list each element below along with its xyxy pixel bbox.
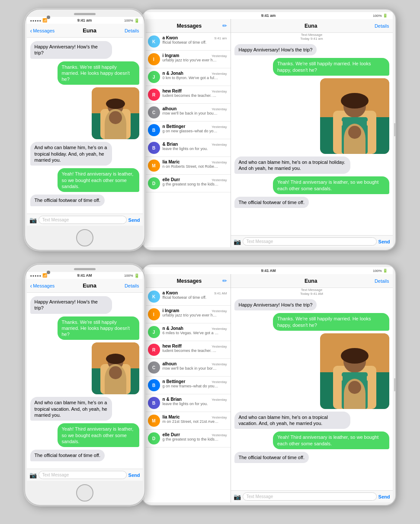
list-item-jonah[interactable]: J n & JonahYesterday 0 km to Byron. We'v… bbox=[144, 68, 231, 86]
back-chevron-icon: ‹ bbox=[30, 27, 32, 34]
send-button-top[interactable]: Send bbox=[128, 217, 140, 223]
ipad-sidebar-nav-top: Messages ✏ bbox=[144, 19, 231, 33]
avatar-ingram: I bbox=[148, 53, 160, 65]
svg-rect-7 bbox=[123, 117, 130, 120]
list-item-durr[interactable]: D elle DurrYesterday g the greatest song… bbox=[144, 175, 231, 192]
top-iphone: ●●●●● 📶 9:41 am 100% 🔋 ‹ Messages Euna D… bbox=[24, 9, 145, 251]
iphone-speaker-bottom bbox=[74, 268, 96, 270]
ipad-detail-nav-top: Euna Details bbox=[231, 19, 393, 33]
ipad-detail-title-top: Euna bbox=[247, 23, 375, 29]
bubble-image bbox=[92, 87, 139, 139]
iphone-text-input-bottom[interactable]: Text Message bbox=[38, 471, 127, 479]
status-left-bottom: ●●●●● 📶 bbox=[30, 273, 47, 278]
blist-item-bettinger[interactable]: B n BettingerYesterday g on new frames–w… bbox=[144, 377, 231, 394]
ipad-camera-icon-top[interactable]: 📷 bbox=[234, 238, 241, 245]
bottom-device-row: ●●●●● 📶 9:41 AM 100% 🔋 ‹ Messages Euna D… bbox=[24, 264, 396, 506]
blist-item-kwon[interactable]: K a Kwon9:41 AM fficial footwear of time… bbox=[144, 288, 231, 306]
bubble-received-3: The official footwear of time off. bbox=[30, 195, 105, 206]
bbubble-received-2: And who can blame him, he's on a tropica… bbox=[30, 397, 112, 421]
blist-item-brian[interactable]: B n & BrianYesterday leave the lights on… bbox=[144, 394, 231, 412]
ipad-messages-list-bottom: K a Kwon9:41 AM fficial footwear of time… bbox=[144, 288, 231, 502]
bipad-camera-icon[interactable]: 📷 bbox=[234, 493, 241, 500]
blist-item-maric[interactable]: M lia MaricYesterday m on 21st Street, n… bbox=[144, 412, 231, 430]
iphone-camera-bottom bbox=[47, 271, 50, 274]
svg-point-12 bbox=[341, 93, 369, 109]
list-item-brian[interactable]: B & BrianYesterday leave the lights on f… bbox=[144, 139, 231, 157]
ipad-send-button-bottom[interactable]: Send bbox=[378, 494, 390, 499]
bmsg-5: The official footwear of time off. bbox=[30, 450, 139, 461]
list-item-bettinger[interactable]: B n BettingerYesterday g on new glasses–… bbox=[144, 121, 231, 139]
ipad-bubble-r3: The official footwear of time off. bbox=[234, 197, 309, 208]
timestamp-label-top: Text Message bbox=[231, 33, 393, 37]
msg-1: Happy Anniversary! How's the trip? bbox=[30, 41, 139, 59]
iphone-screen-bottom: ●●●●● 📶 9:41 AM 100% 🔋 ‹ Messages Euna D… bbox=[27, 272, 143, 481]
iphone-text-input-top[interactable]: Text Message bbox=[38, 216, 127, 224]
timestamp-header-top: Text Message Today 9:41 am bbox=[231, 33, 393, 41]
status-left: ●●●●● 📶 bbox=[30, 18, 47, 22]
bperson-photo bbox=[92, 342, 139, 394]
iphone-chat-messages-bottom: Happy Anniversary! How's the trip? Thank… bbox=[27, 293, 143, 469]
ipad-msg-2: Thanks. We're still happily married. He … bbox=[234, 58, 389, 76]
svg-rect-22 bbox=[101, 372, 108, 375]
bottom-iphone: ●●●●● 📶 9:41 AM 100% 🔋 ‹ Messages Euna D… bbox=[24, 264, 145, 506]
blist-item-jonah[interactable]: J n & JonahYesterday 6 miles to Vegas. W… bbox=[144, 323, 231, 341]
bipad-bubble-r2: And who can blame him, he's on a tropica… bbox=[234, 412, 351, 429]
wifi-icon-bottom: 📶 bbox=[42, 273, 47, 278]
ipad-status-bar-top: 9:41 am 100% 🔋 bbox=[144, 12, 393, 19]
status-right-bottom: 100% 🔋 bbox=[124, 273, 139, 278]
list-item-ingram[interactable]: I i IngramYesterday urfably jazz trio yo… bbox=[144, 51, 231, 68]
blist-item-reiff[interactable]: R hew ReiffYesterday tudent becomes the … bbox=[144, 341, 231, 359]
list-item-kwon-top[interactable]: K a Kwon9:41 am fficial footwear of time… bbox=[144, 33, 231, 51]
ipad-screen-bottom: 9:41 AM 100% 🔋 Messages ✏ K bbox=[144, 267, 393, 502]
list-item-calhoun[interactable]: C alhounYesterday rrow we'll be back in … bbox=[144, 104, 231, 121]
bbubble-sent-1: Thanks. We're still happily married. He … bbox=[58, 316, 139, 340]
blist-content-bettinger: n BettingerYesterday g on new frames–wha… bbox=[163, 379, 227, 388]
ipad-split-view-top: Messages ✏ K a Kwon9:41 am fficial footw… bbox=[144, 19, 393, 247]
iphone-home-button-bottom[interactable] bbox=[76, 484, 93, 502]
list-item-reiff[interactable]: R hew ReiffYesterday tudent becomes the … bbox=[144, 86, 231, 104]
ipad-send-button-top[interactable]: Send bbox=[378, 239, 390, 244]
bmsg-image-row bbox=[30, 342, 139, 394]
ipad-chat-messages-top: Happy Anniversary! How's the trip? Thank… bbox=[231, 41, 393, 235]
msg-5: The official footwear of time off. bbox=[30, 195, 139, 206]
ipad-text-input-top[interactable]: Text Message bbox=[243, 237, 377, 246]
blist-item-ingram[interactable]: I i IngramYesterday urfably jazz trio yo… bbox=[144, 306, 231, 323]
iphone-home-button-top[interactable] bbox=[76, 229, 93, 246]
svg-rect-18 bbox=[100, 364, 131, 394]
list-content-kwon: a Kwon9:41 am fficial footwear of time o… bbox=[163, 35, 227, 45]
camera-icon[interactable]: 📷 bbox=[29, 217, 37, 224]
ipad-msg-3: And who can blame him, he's on a tropica… bbox=[234, 157, 389, 174]
compose-icon-top[interactable]: ✏ bbox=[222, 22, 227, 29]
svg-rect-17 bbox=[92, 368, 139, 394]
list-content-ingram: i IngramYesterday urfably jazz trio you'… bbox=[163, 53, 227, 62]
send-button-bottom[interactable]: Send bbox=[128, 473, 140, 478]
blist-content-brian: n & BrianYesterday leave the lights on f… bbox=[163, 397, 227, 406]
back-button-top[interactable]: ‹ Messages bbox=[30, 27, 55, 34]
ipad-sidebar-bottom: Messages ✏ K a Kwon9:41 AM fficial footw… bbox=[144, 274, 231, 502]
back-button-bottom[interactable]: ‹ Messages bbox=[30, 282, 55, 289]
list-content-reiff: hew ReiffYesterday tudent becomes the te… bbox=[163, 89, 227, 98]
list-item-maric[interactable]: M lia MaricYesterday n on Roberts Street… bbox=[144, 157, 231, 175]
battery-icon-bottom: 🔋 bbox=[134, 273, 139, 278]
bubble-sent-2: Yeah! Third anniversary is leather, so w… bbox=[58, 168, 139, 192]
iphone-notch-bottom bbox=[25, 265, 144, 272]
wifi-icon: 📶 bbox=[42, 18, 47, 22]
blist-item-calhoun[interactable]: C alhounYesterday rrow we'll be back in … bbox=[144, 359, 231, 377]
ipad-detail-details-bottom[interactable]: Details bbox=[375, 278, 389, 284]
iphone-time-bottom: 9:41 AM bbox=[77, 273, 92, 278]
list-content-maric: lia MaricYesterday n on Roberts Street, … bbox=[163, 160, 227, 169]
iphone-time-top: 9:41 am bbox=[77, 18, 92, 22]
ipad-text-input-bottom[interactable]: Text Message bbox=[243, 492, 377, 501]
ipad-bubble-r2: And who can blame him, he's on a tropica… bbox=[234, 157, 351, 174]
blist-item-durr[interactable]: D elle DurrYesterday g the greatest song… bbox=[144, 430, 231, 447]
ipad-status-right-bottom: 100% 🔋 bbox=[373, 268, 387, 273]
svg-rect-1 bbox=[92, 113, 139, 139]
bipad-bubble-r1: Happy Anniversary! How's the trip? bbox=[234, 299, 317, 310]
ipad-detail-details-top[interactable]: Details bbox=[375, 23, 389, 29]
compose-icon-bottom[interactable]: ✏ bbox=[222, 278, 227, 284]
ipad-time-top: 9:41 am bbox=[261, 13, 276, 18]
bcamera-icon[interactable]: 📷 bbox=[29, 472, 37, 479]
details-button-bottom[interactable]: Details bbox=[125, 283, 139, 288]
bipad-msg-3: And who can blame him, he's on a tropica… bbox=[234, 412, 389, 429]
details-button-top[interactable]: Details bbox=[125, 28, 139, 33]
